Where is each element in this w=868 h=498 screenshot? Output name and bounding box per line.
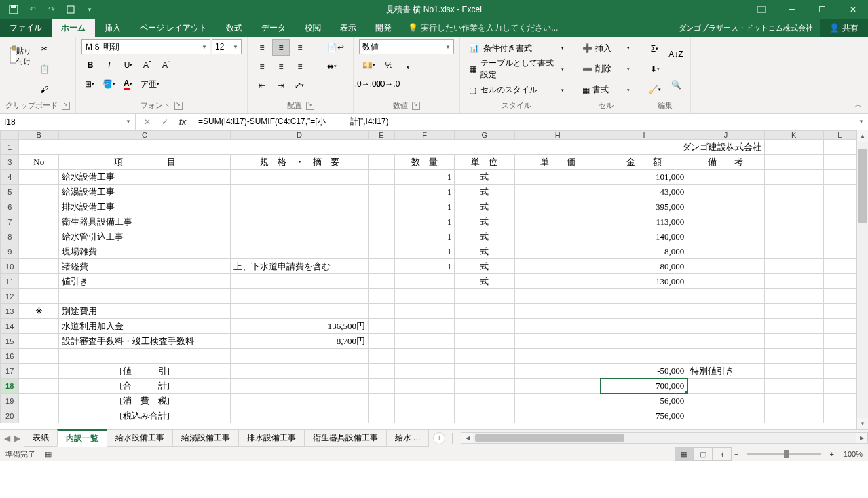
sheet-tab[interactable]: 表紙 [24, 429, 58, 447]
tab-pagelayout[interactable]: ページ レイアウト [130, 19, 216, 37]
paste-button[interactable]: 貼り付け [5, 39, 33, 73]
underline-button[interactable]: U ▾ [119, 57, 137, 73]
qat-touchmode[interactable] [62, 1, 79, 18]
row-header[interactable]: 7 [1, 214, 19, 229]
scroll-thumb-v[interactable] [858, 149, 867, 223]
increase-indent[interactable]: ⇥ [272, 77, 290, 94]
tab-file[interactable]: ファイル [0, 19, 52, 37]
view-pagebreak[interactable]: ⫞ [713, 447, 732, 461]
namebox-dropdown[interactable]: ▼ [121, 119, 135, 125]
borders-button[interactable]: ⊞ ▾ [81, 76, 98, 92]
delete-cells[interactable]: ➖ 削除 ▾ [579, 61, 633, 77]
active-cell[interactable]: 700,000 [601, 379, 687, 394]
sheet-tab[interactable]: 給水 ... [386, 429, 429, 447]
phonetic[interactable]: ア亜 ▾ [137, 76, 163, 92]
clear[interactable]: 🧹 ▾ [645, 81, 664, 98]
cancel-formula[interactable]: ✕ [138, 115, 156, 130]
wrap-text[interactable]: 📄↩ [324, 39, 347, 56]
number-format-combo[interactable]: 数値▼ [359, 39, 454, 54]
enter-formula[interactable]: ✓ [156, 115, 174, 130]
orientation[interactable]: ⤢ ▾ [291, 77, 307, 94]
col-header[interactable]: C [59, 131, 231, 140]
view-pagelayout[interactable]: ▢ [694, 447, 713, 461]
qat-customize[interactable]: ▼ [81, 1, 98, 18]
cell-styles[interactable]: ▢ セルのスタイル ▾ [466, 82, 567, 98]
font-color[interactable]: A ▾ [120, 76, 136, 92]
align-center[interactable]: ≡ [272, 58, 290, 75]
col-header[interactable]: H [514, 131, 601, 140]
row-header[interactable]: 4 [1, 170, 19, 185]
minimize-button[interactable]: ─ [776, 0, 807, 19]
font-size-combo[interactable]: 12▼ [212, 39, 242, 54]
tell-me[interactable]: 💡 実行したい作業を入力してください... [408, 22, 558, 34]
tab-developer[interactable]: 開発 [366, 19, 401, 37]
sheet-tab[interactable]: 給湯設備工事 [172, 429, 239, 447]
font-name-combo[interactable]: ＭＳ 明朝▼ [81, 39, 210, 54]
format-painter[interactable]: 🖌 [35, 81, 53, 98]
scroll-right[interactable]: ▶ [856, 433, 867, 443]
view-normal[interactable]: ▦ [675, 447, 694, 461]
col-header[interactable]: D [231, 131, 369, 140]
row-header[interactable]: 3 [1, 155, 19, 170]
align-middle[interactable]: ≡ [272, 39, 290, 56]
row-header[interactable]: 8 [1, 229, 19, 244]
decrease-indent[interactable]: ⇤ [253, 77, 271, 94]
find-select[interactable]: 🔍 [667, 77, 685, 93]
formula-bar[interactable]: =SUM(I4:I17)-SUMIF(C4:C17,"=[小 計]",I4:I1… [194, 116, 854, 128]
clipboard-dialog[interactable] [62, 102, 70, 110]
scroll-up[interactable]: ▲ [857, 130, 868, 142]
row-header[interactable]: 11 [1, 274, 19, 289]
qat-undo[interactable]: ↶ [24, 1, 41, 18]
fill-color[interactable]: 🪣 ▾ [99, 76, 119, 92]
sheet-tab[interactable]: 内訳一覧 [57, 429, 107, 447]
percent-style[interactable]: % [380, 57, 398, 73]
col-header[interactable]: I [601, 131, 687, 140]
row-header[interactable]: 17 [1, 364, 19, 379]
zoom-out[interactable]: − [732, 450, 741, 458]
select-all[interactable] [1, 131, 19, 140]
col-header[interactable]: B [19, 131, 59, 140]
col-header[interactable]: F [394, 131, 454, 140]
row-header[interactable]: 1 [1, 140, 19, 155]
row-header[interactable]: 15 [1, 334, 19, 349]
row-header[interactable]: 9 [1, 244, 19, 259]
macro-record-icon[interactable]: ▦ [45, 450, 52, 459]
shrink-font[interactable]: Aˇ [157, 57, 175, 73]
share-button[interactable]: 👤 共有 [820, 19, 868, 37]
vertical-scrollbar[interactable]: ▲ ▼ [856, 130, 868, 429]
decrease-decimal[interactable]: .00→.0 [378, 76, 396, 92]
sheet-tab[interactable]: 給水設備工事 [107, 429, 173, 447]
tab-data[interactable]: データ [252, 19, 295, 37]
zoom-level[interactable]: 100% [844, 450, 863, 458]
insert-function[interactable]: fx [174, 115, 191, 130]
tab-view[interactable]: 表示 [331, 19, 366, 37]
bold-button[interactable]: B [81, 57, 99, 73]
zoom-in[interactable]: + [827, 450, 836, 458]
col-header[interactable]: G [455, 131, 514, 140]
insert-cells[interactable]: ➕ 挿入 ▾ [579, 40, 633, 56]
collapse-ribbon[interactable]: ︿ [854, 99, 863, 111]
scroll-down[interactable]: ▼ [857, 418, 868, 429]
alignment-dialog[interactable] [306, 102, 314, 110]
col-header[interactable]: K [764, 131, 823, 140]
accounting-format[interactable]: 💴 ▾ [359, 57, 379, 73]
name-box[interactable] [0, 117, 121, 127]
sheet-nav-next[interactable]: ▶ [14, 434, 20, 443]
sheet-nav-prev[interactable]: ◀ [4, 434, 10, 443]
format-cells[interactable]: ▦ 書式 ▾ [579, 82, 633, 98]
qat-save[interactable] [5, 1, 22, 18]
row-header[interactable]: 14 [1, 319, 19, 334]
sort-filter[interactable]: A↓Z [667, 46, 685, 62]
fill[interactable]: ⬇ ▾ [645, 61, 664, 77]
row-header[interactable]: 13 [1, 304, 19, 319]
align-top[interactable]: ≡ [253, 39, 271, 56]
number-dialog[interactable] [412, 102, 420, 110]
scroll-left[interactable]: ◀ [461, 433, 473, 443]
row-header[interactable]: 12 [1, 289, 19, 304]
company-name[interactable]: ダンゴ建設株式会社 [601, 140, 764, 155]
close-button[interactable]: ✕ [837, 0, 868, 19]
sheet-tab[interactable]: 排水設備工事 [238, 429, 305, 447]
tab-formulas[interactable]: 数式 [216, 19, 252, 37]
zoom-slider[interactable] [747, 453, 821, 455]
col-header[interactable]: J [687, 131, 764, 140]
